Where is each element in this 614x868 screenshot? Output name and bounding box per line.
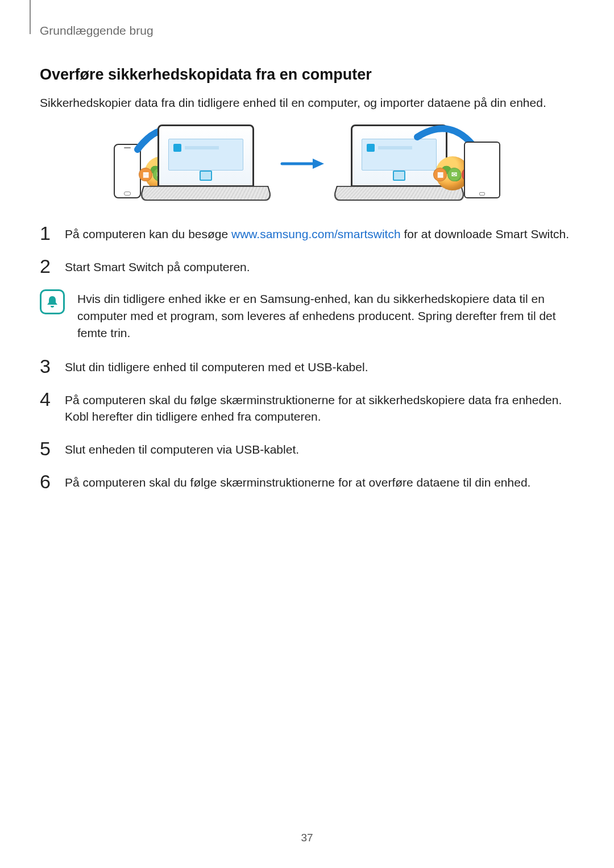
- section-intro: Sikkerhedskopier data fra din tidligere …: [40, 95, 574, 111]
- smartswitch-link[interactable]: www.samsung.com/smartswitch: [231, 227, 401, 240]
- step-number: 5: [40, 439, 53, 458]
- page-number: 37: [0, 832, 614, 844]
- step-number: 2: [40, 256, 53, 276]
- restore-icon: [393, 171, 405, 181]
- arrow-right-icon: [280, 155, 325, 172]
- svg-marker-2: [313, 159, 324, 169]
- bell-icon: [40, 289, 65, 314]
- step-2: 2 Start Smart Switch på computeren.: [40, 256, 574, 276]
- step-number: 3: [40, 356, 53, 376]
- phone-icon: [114, 144, 141, 198]
- transfer-diagram: ▦ ✉ 👤: [40, 124, 574, 203]
- tablet-icon: [464, 142, 500, 198]
- step-5: 5 Slut enheden til computeren via USB-ka…: [40, 439, 574, 458]
- upload-icon: [200, 171, 212, 181]
- step-1: 1 På computeren kan du besøge www.samsun…: [40, 223, 574, 243]
- steps-list: 1 På computeren kan du besøge www.samsun…: [40, 223, 574, 491]
- grid-icon: ▦: [433, 168, 447, 181]
- step-text-after: for at downloade Smart Switch.: [401, 227, 569, 240]
- page-margin-rule: [30, 0, 31, 34]
- laptop-icon: [143, 124, 268, 203]
- diagram-panel-backup: ▦ ✉ 👤: [114, 124, 268, 203]
- step-number: 6: [40, 472, 53, 491]
- step-text: Slut enheden til computeren via USB-kabl…: [65, 439, 299, 458]
- diagram-panel-restore: ▦ ✉ 👤: [337, 124, 500, 203]
- page-content: Grundlæggende brug Overføre sikkerhedsko…: [0, 0, 614, 491]
- note-text: Hvis din tidligere enhed ikke er en Sams…: [77, 289, 574, 341]
- step-6: 6 På computeren skal du følge skærminstr…: [40, 472, 574, 491]
- step-text: På computeren kan du besøge www.samsung.…: [65, 223, 569, 242]
- step-number: 4: [40, 389, 53, 409]
- step-text: På computeren skal du følge skærminstruk…: [65, 389, 574, 425]
- step-text: Start Smart Switch på computeren.: [65, 256, 250, 275]
- step-text: Slut din tidligere enhed til computeren …: [65, 356, 368, 375]
- step-text-before: På computeren kan du besøge: [65, 227, 231, 240]
- section-title: Overføre sikkerhedskopidata fra en compu…: [40, 66, 574, 84]
- info-note: Hvis din tidligere enhed ikke er en Sams…: [40, 289, 574, 341]
- mail-icon: ✉: [447, 168, 461, 181]
- step-3: 3 Slut din tidligere enhed til computere…: [40, 356, 574, 376]
- breadcrumb: Grundlæggende brug: [40, 24, 574, 38]
- step-text: På computeren skal du følge skærminstruk…: [65, 472, 530, 491]
- step-4: 4 På computeren skal du følge skærminstr…: [40, 389, 574, 425]
- step-number: 1: [40, 223, 53, 243]
